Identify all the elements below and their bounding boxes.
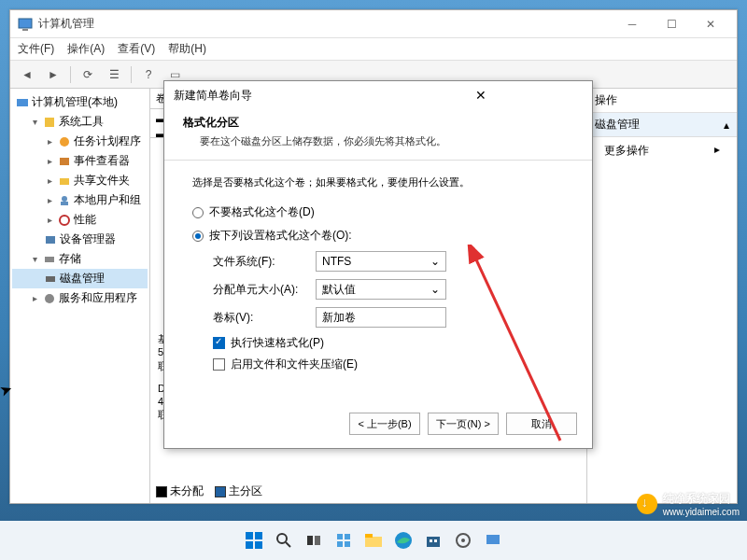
dialog-title: 新建简单卷向导 [174, 88, 378, 104]
radio-icon [192, 207, 204, 218]
tree-performance[interactable]: ▸性能 [12, 210, 148, 230]
menu-help[interactable]: 帮助(H) [168, 41, 206, 57]
filesystem-select[interactable]: NTFS⌄ [316, 251, 446, 272]
next-button[interactable]: 下一页(N) > [428, 413, 499, 435]
compress-checkbox[interactable]: 启用文件和文件夹压缩(E) [213, 357, 564, 372]
svg-rect-27 [365, 537, 382, 547]
quick-format-checkbox[interactable]: 执行快速格式化(P) [213, 335, 564, 351]
legend: 未分配 主分区 [156, 483, 262, 499]
radio-format[interactable]: 按下列设置格式化这个卷(O): [192, 228, 564, 244]
tree-local-users[interactable]: ▸本地用户和组 [12, 190, 148, 210]
svg-rect-25 [337, 541, 343, 547]
svg-point-9 [60, 216, 69, 225]
alloc-row: 分配单元大小(A): 默认值⌄ [213, 279, 564, 300]
tree-system-tools[interactable]: ▾系统工具 [12, 112, 148, 132]
svg-rect-30 [427, 537, 440, 547]
svg-rect-24 [345, 534, 350, 539]
tree-shared-folders[interactable]: ▸共享文件夹 [12, 171, 148, 190]
svg-rect-2 [17, 99, 28, 106]
svg-point-34 [461, 539, 465, 542]
start-button[interactable] [242, 528, 266, 553]
actions-more[interactable]: 更多操作▸ [587, 137, 737, 164]
menubar: 文件(F) 操作(A) 查看(V) 帮助(H) [10, 38, 737, 61]
legend-unalloc-icon [156, 486, 167, 497]
back-button[interactable]: ◄ [16, 64, 38, 85]
tree-storage[interactable]: ▾存储 [12, 249, 148, 269]
tree-services[interactable]: ▸服务和应用程序 [12, 288, 148, 308]
new-volume-wizard-dialog: 新建简单卷向导 ✕ 格式化分区 要在这个磁盘分区上储存数据，你必须先将其格式化。… [163, 80, 593, 449]
help-button[interactable]: ? [137, 64, 160, 85]
svg-rect-6 [60, 178, 69, 185]
menu-view[interactable]: 查看(V) [118, 41, 155, 57]
collapse-icon: ▴ [724, 119, 729, 132]
dialog-titlebar: 新建简单卷向导 ✕ [164, 81, 592, 109]
refresh-button[interactable]: ⟳ [77, 64, 99, 85]
svg-rect-10 [46, 236, 55, 244]
cancel-button[interactable]: 取消 [506, 413, 577, 435]
svg-rect-11 [45, 257, 54, 262]
taskview-icon[interactable] [302, 528, 326, 553]
watermark-url: www.yidaimei.com [663, 507, 740, 517]
menu-file[interactable]: 文件(F) [18, 41, 54, 57]
svg-rect-21 [307, 536, 313, 545]
filesystem-row: 文件系统(F): NTFS⌄ [213, 251, 564, 272]
window-title: 计算机管理 [38, 16, 613, 32]
svg-point-4 [60, 137, 69, 147]
settings-icon[interactable] [451, 528, 475, 553]
vollabel-label: 卷标(V): [213, 310, 316, 326]
checkbox-icon [213, 358, 225, 371]
close-button[interactable]: ✕ [692, 11, 729, 37]
legend-primary-icon [215, 486, 226, 497]
alloc-select[interactable]: 默认值⌄ [316, 279, 446, 300]
minimize-button[interactable]: ─ [613, 11, 651, 37]
svg-rect-16 [255, 532, 262, 539]
chevron-right-icon: ▸ [714, 143, 720, 159]
chevron-down-icon: ⌄ [430, 283, 440, 296]
tree-device-manager[interactable]: 设备管理器 [12, 230, 148, 249]
dialog-section-title: 格式化分区 [183, 115, 573, 131]
search-icon[interactable] [272, 528, 296, 553]
radio-icon [192, 231, 204, 242]
back-button[interactable]: < 上一步(B) [349, 413, 420, 435]
app-icon[interactable] [481, 528, 505, 553]
explorer-icon[interactable] [361, 528, 386, 553]
actions-section[interactable]: 磁盘管理▴ [587, 113, 737, 137]
radio-no-format[interactable]: 不要格式化这个卷(D) [192, 204, 564, 220]
svg-rect-26 [345, 541, 350, 547]
watermark: 纯净系统家园 www.yidaimei.com [637, 491, 740, 517]
tree-panel: 计算机管理(本地) ▾系统工具 ▸任务计划程序 ▸事件查看器 ▸共享文件夹 ▸本… [10, 89, 150, 503]
svg-rect-15 [246, 532, 253, 539]
dialog-hint: 选择是否要格式化这个卷；如果要格式化，要使用什么设置。 [192, 175, 564, 189]
widgets-icon[interactable] [331, 528, 356, 553]
svg-line-20 [286, 542, 290, 547]
dialog-buttons: < 上一步(B) 下一页(N) > 取消 [349, 413, 577, 435]
tree-task-scheduler[interactable]: ▸任务计划程序 [12, 132, 148, 151]
svg-rect-3 [45, 118, 54, 127]
svg-rect-23 [337, 534, 343, 539]
vollabel-input[interactable]: 新加卷 [316, 307, 446, 328]
watermark-logo-icon [637, 494, 657, 514]
svg-rect-32 [434, 539, 437, 542]
dialog-header: 格式化分区 要在这个磁盘分区上储存数据，你必须先将其格式化。 [164, 109, 592, 161]
edge-icon[interactable] [391, 528, 416, 553]
svg-rect-18 [255, 541, 262, 549]
watermark-brand: 纯净系统家园 [663, 491, 740, 507]
svg-rect-31 [430, 539, 432, 542]
tree-disk-management[interactable]: 磁盘管理 [12, 269, 148, 288]
filesystem-label: 文件系统(F): [213, 254, 316, 270]
properties-button[interactable]: ☰ [103, 64, 125, 85]
svg-rect-1 [22, 29, 28, 31]
svg-rect-28 [365, 534, 373, 538]
vollabel-row: 卷标(V): 新加卷 [213, 307, 564, 328]
svg-rect-22 [315, 536, 320, 545]
actions-panel: 操作 磁盘管理▴ 更多操作▸ [587, 89, 737, 503]
menu-action[interactable]: 操作(A) [67, 41, 105, 57]
tree-root[interactable]: 计算机管理(本地) [12, 92, 148, 112]
maximize-button[interactable]: ☐ [653, 11, 690, 37]
store-icon[interactable] [421, 528, 445, 553]
dialog-close-button[interactable]: ✕ [378, 88, 583, 103]
tree-event-viewer[interactable]: ▸事件查看器 [12, 151, 148, 171]
svg-point-13 [45, 294, 54, 303]
forward-button[interactable]: ► [42, 64, 64, 85]
svg-rect-8 [61, 202, 68, 205]
